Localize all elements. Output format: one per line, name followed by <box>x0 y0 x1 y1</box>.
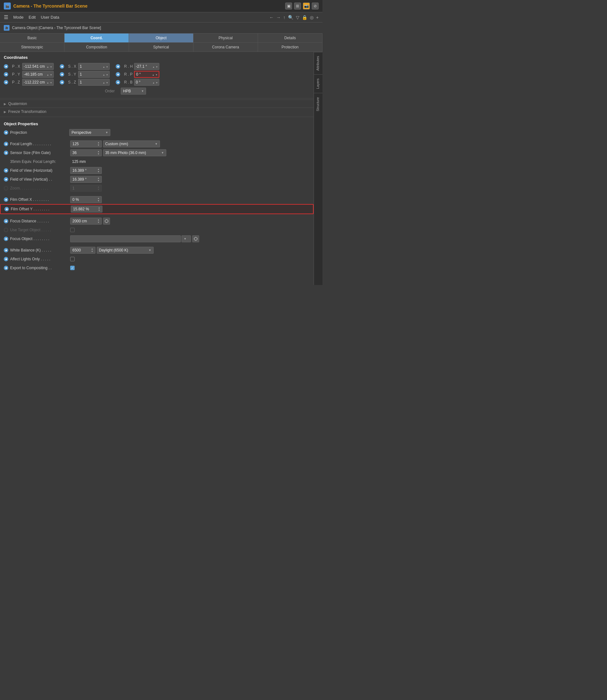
spin-px[interactable]: ▲ ▼ <box>47 64 52 69</box>
radio-affect-lights[interactable] <box>4 257 8 261</box>
spin-sy[interactable]: ▲ ▼ <box>103 72 108 77</box>
nav-up-icon[interactable]: ↑ <box>283 15 286 20</box>
input-sx[interactable]: 1 ▲ ▼ <box>78 63 110 70</box>
tab-physical[interactable]: Physical <box>193 34 258 42</box>
input-px[interactable]: -112.541 cm ▲ ▼ <box>22 63 54 70</box>
spin-sz[interactable]: ▲ ▼ <box>103 80 108 84</box>
input-pz[interactable]: -112.222 cm ▲ ▼ <box>22 79 54 86</box>
filter-icon[interactable]: ▽ <box>296 15 299 20</box>
menu-user-data[interactable]: User Data <box>41 15 59 20</box>
spin-rb[interactable]: ▲ ▼ <box>152 80 158 84</box>
radio-py[interactable] <box>4 72 8 77</box>
icon-camera[interactable]: 📷 <box>303 2 310 9</box>
radio-white-balance[interactable] <box>4 248 8 252</box>
radio-film-x[interactable] <box>4 198 8 202</box>
use-target-checkbox[interactable] <box>70 228 75 232</box>
sidebar-tab-structure[interactable]: Structure <box>314 93 322 115</box>
icon-grid[interactable]: ⊞ <box>294 2 301 9</box>
sidebar-tab-layers[interactable]: Layers <box>314 74 322 93</box>
sidebar-tab-attributes[interactable]: Attributes <box>314 52 322 74</box>
nav-forward-icon[interactable]: → <box>276 15 281 20</box>
export-compositing-checkbox[interactable]: ✓ <box>70 266 75 270</box>
fov-v-spin[interactable]: ▲ ▼ <box>97 177 100 182</box>
focal-length-unit-dropdown[interactable]: Custom (mm) ▼ <box>103 141 160 147</box>
fov-v-input[interactable]: 16.389 ° ▲ ▼ <box>70 176 102 183</box>
spin-pz[interactable]: ▲ ▼ <box>47 80 52 84</box>
icon-square[interactable]: ▣ <box>285 2 292 9</box>
focus-object-input[interactable] <box>70 235 181 242</box>
radio-film-y[interactable] <box>4 207 9 211</box>
radio-rb[interactable] <box>116 80 120 84</box>
order-dropdown[interactable]: HPB ▼ <box>121 88 146 95</box>
nav-back-icon[interactable]: ← <box>269 15 274 20</box>
radio-sy[interactable] <box>60 72 64 77</box>
projection-dropdown[interactable]: Perspective ▼ <box>69 129 110 136</box>
radio-sz[interactable] <box>60 80 64 84</box>
radio-zoom[interactable] <box>4 186 8 190</box>
tab-object[interactable]: Object <box>129 34 193 42</box>
zoom-spin[interactable]: ▲ ▼ <box>97 186 100 191</box>
hamburger-menu[interactable]: ☰ <box>4 14 8 20</box>
focal-length-input[interactable]: 125 ▲ ▼ <box>70 141 102 147</box>
focus-distance-spin[interactable]: ▲ ▼ <box>97 219 100 224</box>
zoom-input[interactable]: 1 ▲ ▼ <box>70 185 102 192</box>
tab-stereoscopic[interactable]: Stereoscopic <box>0 43 64 52</box>
input-sy[interactable]: 1 ▲ ▼ <box>78 71 110 78</box>
radio-rh[interactable] <box>116 64 120 69</box>
spin-sx[interactable]: ▲ ▼ <box>103 64 108 69</box>
tab-protection[interactable]: Protection <box>258 43 322 52</box>
input-sz[interactable]: 1 ▲ ▼ <box>78 79 110 86</box>
radio-export-compositing[interactable] <box>4 266 8 270</box>
radio-px[interactable] <box>4 64 8 69</box>
menu-mode[interactable]: Mode <box>13 15 24 20</box>
tab-composition[interactable]: Composition <box>64 43 129 52</box>
freeze-transform-row[interactable]: ▶ Freeze Transformation <box>0 107 314 116</box>
spin-py[interactable]: ▲ ▼ <box>47 72 52 77</box>
radio-sensor-size[interactable] <box>4 150 8 155</box>
input-rb[interactable]: 0 ° ▲ ▼ <box>134 79 159 86</box>
affect-lights-checkbox[interactable] <box>70 257 75 261</box>
focus-distance-input[interactable]: 2000 cm ▲ ▼ <box>70 218 102 225</box>
radio-use-target[interactable] <box>4 228 8 232</box>
white-balance-spin[interactable]: ▲ ▼ <box>91 248 93 253</box>
radio-fov-h[interactable] <box>4 168 8 173</box>
focus-object-pickup-btn[interactable] <box>192 235 199 242</box>
film-offset-y-input[interactable]: 15.882 % ▲ ▼ <box>71 206 102 212</box>
fov-h-spin[interactable]: ▲ ▼ <box>97 168 100 173</box>
sensor-size-input[interactable]: 36 ▲ ▼ <box>70 149 102 156</box>
radio-rp[interactable] <box>116 72 120 77</box>
tab-coord[interactable]: Coord. <box>64 34 129 42</box>
circle-icon[interactable]: ◎ <box>310 15 314 20</box>
input-rh[interactable]: -27.1 ° ▲ ▼ <box>134 63 159 70</box>
input-py[interactable]: -40.185 cm ▲ ▼ <box>22 71 54 78</box>
menu-edit[interactable]: Edit <box>29 15 36 20</box>
spin-rh[interactable]: ▲ ▼ <box>152 64 158 69</box>
search-icon[interactable]: 🔍 <box>288 15 293 20</box>
focal-length-spin[interactable]: ▲ ▼ <box>97 141 100 146</box>
film-offset-x-spin[interactable]: ▲ ▼ <box>97 197 100 202</box>
input-rp[interactable]: 0 ° ▲ ▼ <box>134 71 159 78</box>
film-offset-x-input[interactable]: 0 % ▲ ▼ <box>70 196 102 203</box>
sensor-size-spin[interactable]: ▲ ▼ <box>97 150 100 155</box>
radio-sx[interactable] <box>60 64 64 69</box>
radio-projection[interactable] <box>4 130 8 135</box>
radio-fov-v[interactable] <box>4 177 8 182</box>
spin-rp[interactable]: ▲ ▼ <box>152 72 158 77</box>
lock-icon[interactable]: 🔒 <box>302 15 307 20</box>
tab-spherical[interactable]: Spherical <box>129 43 193 52</box>
add-icon[interactable]: + <box>316 15 319 20</box>
radio-focus-distance[interactable] <box>4 219 8 223</box>
radio-pz[interactable] <box>4 80 8 84</box>
radio-focal-length[interactable] <box>4 142 8 146</box>
tab-details[interactable]: Details <box>258 34 322 42</box>
tab-corona-camera[interactable]: Corona Camera <box>193 43 258 52</box>
focus-object-dropdown-btn[interactable]: ▼ <box>182 235 191 242</box>
icon-cancel[interactable]: ⊘ <box>312 2 319 9</box>
quaternion-row[interactable]: ▶ Quaternion <box>0 100 314 107</box>
sensor-size-dropdown[interactable]: 35 mm Photo (36.0 mm) ▼ <box>103 149 166 156</box>
film-offset-y-spin[interactable]: ▲ ▼ <box>98 207 100 212</box>
radio-focus-object[interactable] <box>4 236 8 241</box>
tab-basic[interactable]: Basic <box>0 34 64 42</box>
focus-distance-pickup-btn[interactable] <box>103 218 110 225</box>
white-balance-input[interactable]: 6500 ▲ ▼ <box>70 247 96 254</box>
